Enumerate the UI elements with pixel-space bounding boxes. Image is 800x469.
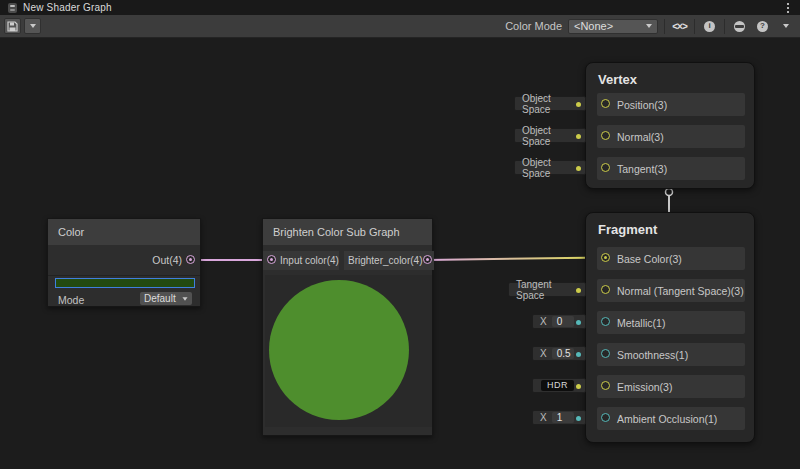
main-preview-button[interactable] xyxy=(731,18,748,34)
fragment-slot-normal[interactable]: Normal (Tangent Space)(3) xyxy=(597,279,745,302)
chevron-down-icon xyxy=(783,24,789,28)
slot-label: Input color(4) xyxy=(280,255,339,266)
node-divider xyxy=(48,275,200,276)
toolbar-separator xyxy=(724,19,725,34)
pill-port-dot xyxy=(576,134,581,139)
ambient-occlusion-value-pill[interactable]: X 1 xyxy=(532,410,586,425)
ambient-occlusion-value-field[interactable]: 1 xyxy=(552,412,574,423)
smoothness-value-pill[interactable]: X 0.5 xyxy=(532,346,586,361)
vertex-node[interactable]: Vertex Position(3) Normal(3) Tangent(3) xyxy=(585,62,755,189)
inspector-button[interactable]: i xyxy=(701,18,718,34)
help-button[interactable]: ? xyxy=(754,18,771,34)
color-node-title: Color xyxy=(48,219,200,245)
vertex-slot-normal[interactable]: Normal(3) xyxy=(597,125,745,148)
metallic-value-pill[interactable]: X 0 xyxy=(532,314,586,329)
normal-space-pill[interactable]: Tangent Space xyxy=(508,282,586,297)
toolbar: Color Mode <None> <×> i ? xyxy=(0,15,800,38)
color-mode-select[interactable]: Default xyxy=(140,292,192,305)
slot-label: Ambient Occlusion(1) xyxy=(617,413,717,425)
color-mode-label: Color Mode xyxy=(505,20,562,32)
pill-port-dot xyxy=(576,416,581,421)
preview-sphere-icon xyxy=(734,21,745,32)
save-options-dropdown[interactable] xyxy=(24,18,41,34)
slot-label: Smoothness(1) xyxy=(617,349,688,361)
port-normal-ts[interactable] xyxy=(601,285,610,294)
toolbar-separator xyxy=(694,19,695,34)
view-code-button[interactable]: <×> xyxy=(671,18,688,34)
slot-label: Emission(3) xyxy=(617,381,672,393)
hdr-color-field[interactable]: HDR xyxy=(541,380,574,391)
info-icon: i xyxy=(704,21,715,32)
smoothness-value-field[interactable]: 0.5 xyxy=(552,348,574,359)
fragment-slot-ambient-occlusion[interactable]: Ambient Occlusion(1) xyxy=(597,407,745,430)
port-metallic[interactable] xyxy=(601,317,610,326)
port-normal[interactable] xyxy=(601,131,610,140)
vertex-slot-position[interactable]: Position(3) xyxy=(597,93,745,116)
subgraph-node-title: Brighten Color Sub Graph xyxy=(263,219,432,245)
mode-label: Mode xyxy=(58,294,84,306)
port-ambient-occlusion[interactable] xyxy=(601,413,610,422)
port-tangent[interactable] xyxy=(601,163,610,172)
out-port-label: Out(4) xyxy=(152,254,182,266)
subgraph-input-slot[interactable]: Input color(4) xyxy=(263,251,339,270)
subgraph-output-slot[interactable]: Brighter_color(4) xyxy=(344,251,434,270)
toolbar-separator xyxy=(664,19,665,34)
color-mode-dropdown[interactable]: <None> xyxy=(568,19,658,34)
save-icon xyxy=(7,21,18,32)
x-label: X xyxy=(540,412,547,423)
vertex-node-title: Vertex xyxy=(586,63,754,87)
chevron-down-icon xyxy=(646,24,652,28)
vertex-slot-tangent[interactable]: Tangent(3) xyxy=(597,157,745,180)
title-bar: New Shader Graph xyxy=(0,0,800,15)
tangent-space-pill[interactable]: Object Space xyxy=(514,160,586,175)
graph-canvas[interactable]: Vertex Position(3) Normal(3) Tangent(3) … xyxy=(0,38,800,469)
more-menu-icon[interactable] xyxy=(787,3,790,13)
toolbar-more-dropdown[interactable] xyxy=(777,18,794,34)
fragment-slot-metallic[interactable]: Metallic(1) xyxy=(597,311,745,334)
save-button[interactable] xyxy=(4,18,21,34)
slot-label: Metallic(1) xyxy=(617,317,665,329)
slot-label: Brighter_color(4) xyxy=(348,255,422,266)
slot-label: Base Color(3) xyxy=(617,253,682,265)
color-node[interactable]: Color Out(4) Mode Default xyxy=(47,218,201,307)
metallic-value-field[interactable]: 0 xyxy=(552,316,574,327)
pill-port-dot xyxy=(576,288,581,293)
fragment-slot-emission[interactable]: Emission(3) xyxy=(597,375,745,398)
pill-port-dot xyxy=(576,384,581,389)
x-label: X xyxy=(540,316,547,327)
shader-graph-asset-icon xyxy=(8,3,17,13)
port-base-color[interactable] xyxy=(601,253,610,262)
slot-label: Normal (Tangent Space)(3) xyxy=(617,285,744,297)
chevron-down-icon xyxy=(182,297,187,300)
position-space-pill[interactable]: Object Space xyxy=(514,96,586,111)
emission-hdr-pill[interactable]: HDR xyxy=(532,378,586,393)
chevron-down-icon xyxy=(30,24,36,28)
pill-port-dot xyxy=(576,102,581,107)
fragment-slot-smoothness[interactable]: Smoothness(1) xyxy=(597,343,745,366)
port-emission[interactable] xyxy=(601,381,610,390)
shader-graph-window: New Shader Graph Color Mode <None> xyxy=(0,0,800,469)
pill-label: Object Space xyxy=(522,157,573,179)
code-icon: <×> xyxy=(672,21,687,32)
normal-space-pill[interactable]: Object Space xyxy=(514,128,586,143)
slot-label: Position(3) xyxy=(617,99,667,111)
color-mode-value: <None> xyxy=(574,20,613,32)
pill-port-dot xyxy=(576,320,581,325)
fragment-slot-base-color[interactable]: Base Color(3) xyxy=(597,247,745,270)
pill-label: Object Space xyxy=(522,125,573,147)
brighten-color-subgraph-node[interactable]: Brighten Color Sub Graph Input color(4) … xyxy=(262,218,433,436)
port-color-out[interactable] xyxy=(186,255,195,264)
pill-label: Tangent Space xyxy=(516,279,573,301)
preview-sphere xyxy=(269,280,409,420)
port-smoothness[interactable] xyxy=(601,349,610,358)
port-brighter-color[interactable] xyxy=(423,255,432,264)
fragment-node[interactable]: Fragment Base Color(3) Normal (Tangent S… xyxy=(585,212,755,443)
port-position[interactable] xyxy=(601,99,610,108)
mode-value: Default xyxy=(144,293,176,304)
slot-label: Tangent(3) xyxy=(617,163,667,175)
window-title: New Shader Graph xyxy=(23,2,112,13)
x-label: X xyxy=(540,348,547,359)
help-icon: ? xyxy=(757,21,768,32)
color-swatch-field[interactable] xyxy=(55,278,195,288)
port-input-color[interactable] xyxy=(267,255,276,264)
